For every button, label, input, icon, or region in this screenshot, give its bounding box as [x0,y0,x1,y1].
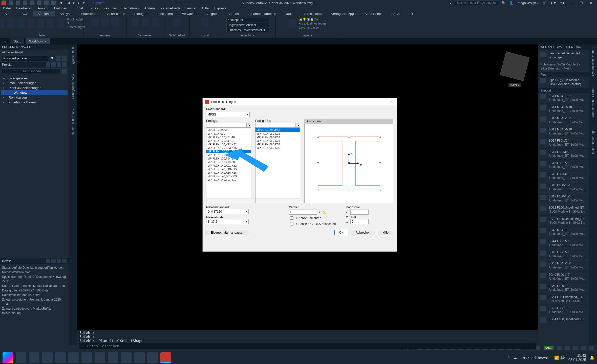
profiltyp-option[interactable]: MP-FLEX-100,K17-21 [206,139,251,143]
profiltyp-option[interactable]: MP-FLEX-140,T01-T12 [206,178,251,181]
horizontal-input[interactable] [350,210,369,215]
profiltyp-option[interactable]: MP-FLEX-060-K [206,128,251,132]
menu-bemassung[interactable]: Bemaßung [123,6,139,10]
profil-icon[interactable] [0,19,5,28]
vtab-iso[interactable]: Isometrische DWG [71,109,75,135]
menu-aendern[interactable]: Ändern [144,6,155,10]
ribbon-tab-einfuegen[interactable]: Einfügen [130,11,152,16]
ribbon-tab-vault[interactable]: Vault [281,11,297,16]
profiltyp-option[interactable]: MP-FLEX-100,K01-16 [206,135,251,139]
doc-tab-start[interactable]: Start [10,38,24,44]
leiter-icon[interactable] [57,19,64,28]
layer-props-icon[interactable] [289,19,296,28]
pm-current-project[interactable] [2,56,48,61]
taskbar-word[interactable] [108,352,118,363]
pm-hscroll[interactable] [0,340,69,345]
ribbon-tab-focus[interactable]: ⊡▾ [404,11,418,16]
support-item[interactable]: BG45 F80-1/2",Undefined_ET [SuCri Mo... [538,249,589,260]
support-item[interactable]: BG22 F100,Undefined_ET(SuCri Module 1 - … [538,204,589,215]
tree-knowledgebase[interactable]: Knowledgebase [1,76,68,81]
qat-undo-icon[interactable] [44,1,49,5]
menu-format[interactable]: Format [73,6,83,10]
menu-ansicht[interactable]: Ansicht [38,6,49,10]
ribbon-tab-analyse[interactable]: Analyse [55,11,76,16]
command-input[interactable] [87,344,534,348]
profiltyp-listbox[interactable]: MP-FLEX-060-KMP-FLEX-060-TMP-FLEX-100,K0… [206,128,251,198]
help-button[interactable]: Hilfe [378,230,393,235]
schneiden-icon2[interactable] [142,18,149,27]
menu-extras[interactable]: Extras [89,6,98,10]
gelaender-icon[interactable] [17,19,24,28]
y-zucs-checkbox[interactable]: Y-Achse an Z-BKS ausrichten [289,221,336,226]
qat-open-icon[interactable] [16,1,20,5]
status-ic3[interactable] [581,346,586,350]
menu-express[interactable]: Express [214,6,226,10]
pm-det-ic1[interactable] [46,259,50,263]
help-search-input[interactable] [455,1,498,5]
palette-pipe-item[interactable]: Pipe,PL (SuCri Module 1 - Sikla Extensio… [538,77,589,88]
view-combo[interactable]: Ungesicherte Ansicht [226,23,269,27]
support-item[interactable]: BG51 F80,Undefined_ET(SuCri Module 1 - S… [538,294,589,305]
profiltyp-option[interactable]: MP-FLEX-060-T [206,132,251,135]
xml-export-icon[interactable] [201,18,209,27]
profiltyp-option[interactable]: MP-FLEX-140,K13-K15 [206,167,251,171]
support-item[interactable]: BG49 F100-1/2",Undefined_ET [SuCri Mo... [538,271,589,283]
tree-pid[interactable]: P&ID-Zeichnungen [1,81,68,85]
profiltyp-option[interactable]: MP-FLEX-140,S01-S03 [206,174,251,178]
ribbon-tab-express[interactable]: Express Tools [297,11,327,16]
cancel-button[interactable]: Abbrechen [351,230,375,235]
status-gear-icon[interactable] [536,346,540,350]
stahlbau-bearb-icon[interactable] [91,18,99,27]
viewport-btn[interactable]: Einzelnes Ansichtsfenster ▼ [226,28,269,32]
support-item[interactable]: BG14 F80-M10,Undefined_ET [SuCri Mo... [538,149,589,160]
status-pct[interactable]: 93% [544,346,553,350]
profiltyp-option[interactable]: MP-FLEX-100,S01-05 [206,150,251,153]
tree-workflow[interactable]: Workflow [1,90,68,95]
profiltyp-option[interactable]: MP-FLEX-100,T18-20 [206,160,251,164]
profiltyp-option[interactable]: MP-FLEX-140,K01-K12 [206,164,251,167]
properties-button[interactable]: Eigenschaften anpassen [206,230,249,235]
maximize-button[interactable]: ☐ [578,0,584,5]
support-item[interactable]: BG11 MS41-1/2",Undefined_ET [SuCri Mo... [538,93,589,104]
qat-redo-icon[interactable] [51,1,56,5]
menu-fenster[interactable]: Fenster [185,6,197,10]
menu-datei[interactable]: Datei [3,6,11,10]
start-button[interactable] [3,352,13,363]
profilgroesse-option[interactable]: MP-FLEX-060-K04 [255,139,300,143]
raster-icon[interactable] [7,19,14,28]
ribbon-tab-verwalten[interactable]: Verwalten [177,11,201,16]
profilgroesse-option[interactable]: MP-FLEX-060-K02 [255,132,300,135]
pm-search-icon[interactable] [62,69,67,74]
support-item[interactable]: BG14 F80-1/2",Undefined_ET [SuCri Mo... [538,137,589,148]
winkel-pick-icon[interactable]: 📐 [323,210,326,214]
profiltyp-option[interactable]: MP-FLEX-100,T01-13 [206,153,251,157]
rtab-instrument[interactable]: Instrumentierungs... [591,127,595,154]
platte-icon[interactable] [37,19,44,28]
menu-zeichnen[interactable]: Zeichnen [103,6,117,10]
taskbar-onenote[interactable] [134,352,145,363]
schneiden-icon1[interactable] [132,18,139,27]
taskbar-outlook[interactable] [95,352,105,363]
profiltyp-filter[interactable] [206,123,247,128]
profiltyp-hscroll[interactable] [206,198,251,203]
tray-cloud-icon[interactable]: ☁ [513,355,517,360]
pm-icon1[interactable] [46,62,50,67]
doc-tabs-menu[interactable]: ≡ [2,39,9,43]
tray-time[interactable]: 15:42 [568,353,586,358]
doc-tab-workflow[interactable]: Workflow × [26,38,50,44]
ribbon-tab-start[interactable]: Start [0,11,16,16]
qat-plot-icon[interactable] [37,1,41,5]
cart-icon[interactable]: 🛒 [542,1,546,5]
profilgroesse-option[interactable]: MP-FLEX-060-K03 [255,135,300,139]
profilgroesse-option[interactable]: MP-FLEX-060-K06 [255,146,300,150]
profile-preview[interactable]: Y X [304,124,393,203]
pm-det-ic2[interactable] [51,259,56,263]
taskbar-edge[interactable] [42,352,53,363]
stahlbau-weiter-icon[interactable] [101,18,109,27]
profilgroesse-clear[interactable]: ▾ [296,123,300,128]
support-item[interactable]: BG50 F100-1/2",Undefined_ET [SuCri Mo... [538,283,589,294]
support-item[interactable]: BG11 MS41-M10,Undefined_ET [SuCri Mo... [538,104,589,115]
ok-button[interactable]: OK [334,230,348,235]
support-item[interactable]: BG13 MS41-1/2",Undefined_ET [SuCri Mo... [538,115,589,126]
vtab-quelldateien[interactable]: Quelldateien [71,47,75,64]
